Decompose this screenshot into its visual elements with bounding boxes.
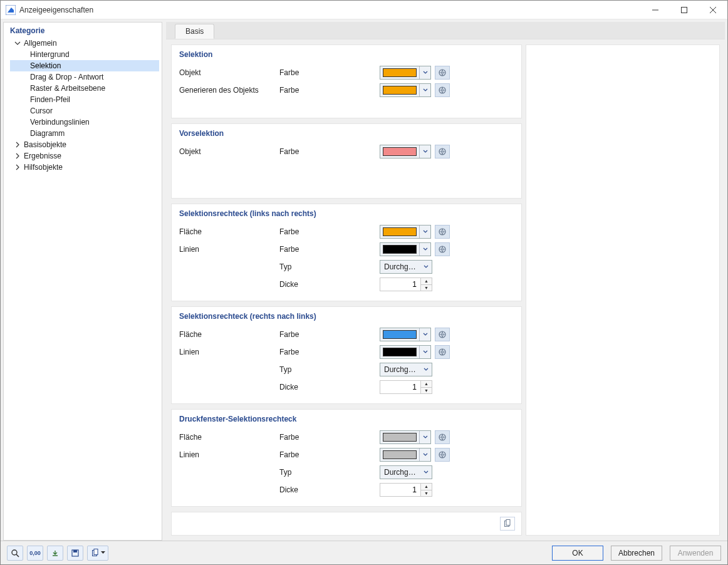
spinner-input[interactable] bbox=[380, 278, 420, 291]
save-button[interactable] bbox=[67, 546, 83, 561]
button-label: OK bbox=[572, 549, 583, 557]
cancel-button[interactable]: Abbrechen bbox=[611, 546, 662, 561]
dialog-footer: 0,00 OK Abbrechen Anwenden bbox=[1, 541, 727, 564]
spinner-up[interactable]: ▲ bbox=[421, 484, 432, 490]
minimize-button[interactable] bbox=[641, 1, 670, 19]
label-typ: Typ bbox=[279, 262, 380, 271]
row-selektion-objekt: Objekt Farbe bbox=[179, 65, 515, 80]
chevron-down-icon[interactable] bbox=[419, 346, 430, 358]
chevron-down-icon[interactable] bbox=[419, 431, 430, 443]
color-picker-rectrl-flaeche[interactable] bbox=[380, 328, 431, 341]
chevron-down-icon[interactable] bbox=[419, 328, 430, 341]
row-rectlr-flaeche: Fläche Farbe bbox=[179, 224, 515, 239]
spinner-down[interactable]: ▼ bbox=[421, 388, 432, 394]
spinner-input[interactable] bbox=[380, 484, 420, 496]
color-swatch bbox=[383, 245, 417, 254]
tree-item-ergebnisse[interactable]: Ergebnisse bbox=[10, 150, 159, 162]
color-picker-print-flaeche[interactable] bbox=[380, 430, 431, 444]
tree-item-cursor[interactable]: Cursor bbox=[10, 105, 159, 117]
tree-item-hilfsobjekte[interactable]: Hilfsobjekte bbox=[10, 162, 159, 173]
combo-value: Durchgezo… bbox=[380, 262, 420, 271]
label-typ: Typ bbox=[279, 365, 380, 374]
tree-item-basisobjekte[interactable]: Basisobjekte bbox=[10, 139, 159, 150]
tree-item-findenpfeil[interactable]: Finden-Pfeil bbox=[10, 94, 159, 105]
spinner-input[interactable] bbox=[380, 381, 420, 393]
label-dicke: Dicke bbox=[279, 383, 380, 391]
combo-print-typ[interactable]: Durchgezo… bbox=[380, 465, 432, 479]
chevron-down-icon[interactable] bbox=[419, 225, 430, 238]
spinner-rectrl-dicke[interactable]: ▲ ▼ bbox=[380, 380, 432, 394]
tree-item-dragdrop[interactable]: Drag & Drop - Antwort bbox=[10, 71, 159, 83]
label-generieren: Generieren des Objekts bbox=[179, 86, 279, 95]
chevron-down-icon[interactable] bbox=[420, 363, 432, 376]
row-rectlr-linien-typ: Typ Durchgezo… bbox=[179, 259, 515, 274]
spinner-up[interactable]: ▲ bbox=[421, 278, 432, 285]
tree-item-allgemein[interactable]: Allgemein bbox=[10, 38, 159, 49]
apply-globally-button[interactable] bbox=[435, 83, 450, 97]
chevron-down-icon[interactable] bbox=[420, 466, 432, 479]
tree-item-diagramm[interactable]: Diagramm bbox=[10, 128, 159, 139]
chevron-down-icon[interactable] bbox=[420, 261, 432, 273]
color-swatch bbox=[383, 147, 417, 156]
label-farbe: Farbe bbox=[279, 348, 380, 356]
units-button[interactable]: 0,00 bbox=[27, 546, 43, 561]
color-picker-rectrl-linien[interactable] bbox=[380, 345, 431, 359]
apply-globally-button[interactable] bbox=[435, 225, 450, 239]
combo-rectrl-typ[interactable]: Durchgezo… bbox=[380, 363, 432, 376]
spinner-down[interactable]: ▼ bbox=[421, 490, 432, 497]
tab-basis[interactable]: Basis bbox=[175, 24, 214, 39]
color-picker-vorselektion-objekt[interactable] bbox=[380, 145, 431, 158]
tree-label: Hintergrund bbox=[30, 50, 70, 59]
tree-item-raster[interactable]: Raster & Arbeitsebene bbox=[10, 83, 159, 94]
tree-item-hintergrund[interactable]: Hintergrund bbox=[10, 49, 159, 60]
chevron-down-icon[interactable] bbox=[419, 66, 430, 79]
combo-rectlr-typ[interactable]: Durchgezo… bbox=[380, 260, 432, 274]
apply-globally-button[interactable] bbox=[435, 328, 450, 341]
label-farbe: Farbe bbox=[279, 147, 380, 156]
tree-label: Verbindungslinien bbox=[30, 118, 90, 127]
tree-item-selektion[interactable]: Selektion bbox=[10, 60, 159, 71]
apply-globally-button[interactable] bbox=[435, 145, 450, 158]
search-button[interactable] bbox=[7, 546, 23, 561]
apply-button[interactable]: Anwenden bbox=[670, 546, 721, 561]
button-label: Abbrechen bbox=[618, 549, 655, 557]
ok-button[interactable]: OK bbox=[552, 546, 603, 561]
apply-globally-button[interactable] bbox=[435, 242, 450, 256]
label-linien: Linien bbox=[179, 450, 279, 459]
label-farbe: Farbe bbox=[279, 450, 380, 459]
label-farbe: Farbe bbox=[279, 68, 380, 77]
apply-globally-button[interactable] bbox=[435, 345, 450, 359]
close-button[interactable] bbox=[699, 1, 727, 19]
info-bar bbox=[171, 512, 522, 536]
tree-item-verbindungslinien[interactable]: Verbindungslinien bbox=[10, 117, 159, 128]
chevron-down-icon[interactable] bbox=[419, 448, 430, 461]
import-button[interactable] bbox=[47, 546, 63, 561]
footer-toolbar: 0,00 bbox=[7, 546, 108, 561]
chevron-down-icon[interactable] bbox=[419, 243, 430, 256]
maximize-button[interactable] bbox=[670, 1, 699, 19]
chevron-down-icon[interactable] bbox=[419, 145, 430, 158]
titlebar: Anzeigeeigenschaften bbox=[1, 1, 727, 19]
spinner-print-dicke[interactable]: ▲ ▼ bbox=[380, 483, 432, 497]
spinner-down[interactable]: ▼ bbox=[421, 285, 432, 291]
settings-panel: Basis Selektion Objekt Farbe bbox=[166, 22, 725, 541]
color-picker-print-linien[interactable] bbox=[380, 448, 431, 462]
apply-globally-button[interactable] bbox=[435, 66, 450, 80]
color-picker-selektion-objekt[interactable] bbox=[380, 66, 431, 80]
color-picker-rectlr-flaeche[interactable] bbox=[380, 225, 431, 239]
row-print-linien-farbe: Linien Farbe bbox=[179, 447, 515, 462]
app-icon bbox=[6, 5, 16, 15]
clipboard-menu-button[interactable] bbox=[87, 546, 108, 561]
color-picker-selektion-generieren[interactable] bbox=[380, 83, 431, 97]
apply-globally-button[interactable] bbox=[435, 448, 450, 462]
chevron-down-icon bbox=[14, 39, 21, 47]
svg-line-17 bbox=[16, 554, 19, 557]
chevron-down-icon[interactable] bbox=[419, 84, 430, 96]
clipboard-button[interactable] bbox=[500, 517, 515, 531]
color-picker-rectlr-linien[interactable] bbox=[380, 242, 431, 256]
spinner-rectlr-dicke[interactable]: ▲ ▼ bbox=[380, 277, 432, 291]
spinner-up[interactable]: ▲ bbox=[421, 381, 432, 388]
group-rect-rl: Selektionsrechteck (rechts nach links) F… bbox=[171, 306, 522, 404]
chevron-right-icon bbox=[14, 152, 21, 160]
apply-globally-button[interactable] bbox=[435, 430, 450, 444]
